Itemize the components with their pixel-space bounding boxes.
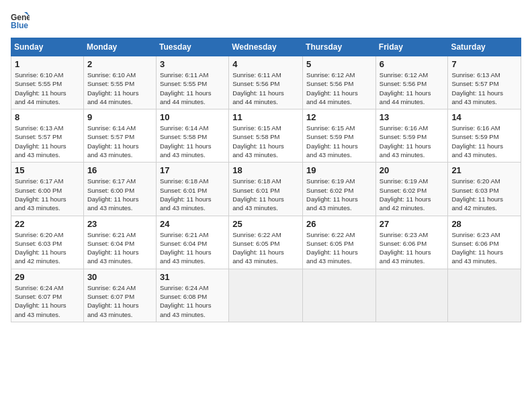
- day-info: Sunrise: 6:10 AM Sunset: 5:55 PM Dayligh…: [15, 71, 80, 106]
- calendar-week-4: 22Sunrise: 6:20 AM Sunset: 6:03 PM Dayli…: [11, 216, 521, 269]
- day-info: Sunrise: 6:21 AM Sunset: 6:04 PM Dayligh…: [160, 230, 225, 266]
- day-info: Sunrise: 6:23 AM Sunset: 6:06 PM Dayligh…: [380, 230, 445, 266]
- day-info: Sunrise: 6:17 AM Sunset: 6:00 PM Dayligh…: [87, 177, 152, 212]
- calendar-cell: [448, 269, 521, 322]
- calendar-cell: 30Sunrise: 6:24 AM Sunset: 6:07 PM Dayli…: [83, 269, 156, 322]
- day-number: 26: [306, 219, 372, 229]
- col-header-friday: Friday: [375, 38, 448, 56]
- day-number: 4: [232, 59, 299, 69]
- calendar-cell: 29Sunrise: 6:24 AM Sunset: 6:07 PM Dayli…: [11, 269, 84, 322]
- calendar-cell: 19Sunrise: 6:19 AM Sunset: 6:02 PM Dayli…: [303, 163, 376, 216]
- day-info: Sunrise: 6:24 AM Sunset: 6:07 PM Dayligh…: [15, 283, 80, 319]
- logo-icon: General Blue: [11, 11, 30, 30]
- svg-text:Blue: Blue: [11, 21, 28, 30]
- calendar-week-3: 15Sunrise: 6:17 AM Sunset: 6:00 PM Dayli…: [11, 163, 521, 216]
- day-info: Sunrise: 6:16 AM Sunset: 5:59 PM Dayligh…: [380, 124, 445, 159]
- day-info: Sunrise: 6:11 AM Sunset: 5:56 PM Dayligh…: [232, 71, 299, 106]
- page-header: General Blue: [11, 11, 521, 30]
- calendar-cell: 9Sunrise: 6:14 AM Sunset: 5:57 PM Daylig…: [83, 109, 156, 163]
- calendar-cell: 7Sunrise: 6:13 AM Sunset: 5:57 PM Daylig…: [448, 56, 521, 109]
- day-info: Sunrise: 6:22 AM Sunset: 6:05 PM Dayligh…: [232, 230, 299, 266]
- col-header-tuesday: Tuesday: [156, 38, 228, 56]
- day-number: 27: [380, 219, 445, 229]
- day-number: 11: [232, 112, 299, 122]
- day-number: 7: [451, 59, 517, 69]
- day-info: Sunrise: 6:21 AM Sunset: 6:04 PM Dayligh…: [87, 230, 152, 266]
- day-info: Sunrise: 6:23 AM Sunset: 6:06 PM Dayligh…: [451, 230, 517, 266]
- calendar-cell: 10Sunrise: 6:14 AM Sunset: 5:58 PM Dayli…: [156, 109, 228, 163]
- day-info: Sunrise: 6:10 AM Sunset: 5:55 PM Dayligh…: [87, 71, 152, 106]
- calendar-week-2: 8Sunrise: 6:13 AM Sunset: 5:57 PM Daylig…: [11, 109, 521, 163]
- day-info: Sunrise: 6:24 AM Sunset: 6:08 PM Dayligh…: [160, 283, 225, 319]
- calendar-cell: [303, 269, 376, 322]
- day-info: Sunrise: 6:19 AM Sunset: 6:02 PM Dayligh…: [380, 177, 445, 212]
- col-header-sunday: Sunday: [11, 38, 84, 56]
- day-info: Sunrise: 6:18 AM Sunset: 6:01 PM Dayligh…: [232, 177, 299, 212]
- day-number: 24: [160, 219, 225, 229]
- day-number: 16: [87, 165, 152, 175]
- day-number: 20: [380, 165, 445, 175]
- day-info: Sunrise: 6:14 AM Sunset: 5:58 PM Dayligh…: [160, 124, 225, 159]
- col-header-wednesday: Wednesday: [229, 38, 303, 56]
- day-number: 23: [87, 219, 152, 229]
- col-header-monday: Monday: [83, 38, 156, 56]
- calendar-cell: 11Sunrise: 6:15 AM Sunset: 5:58 PM Dayli…: [229, 109, 303, 163]
- calendar-table: SundayMondayTuesdayWednesdayThursdayFrid…: [11, 38, 521, 322]
- day-info: Sunrise: 6:20 AM Sunset: 6:03 PM Dayligh…: [15, 230, 80, 266]
- calendar-cell: 27Sunrise: 6:23 AM Sunset: 6:06 PM Dayli…: [375, 216, 448, 269]
- calendar-cell: 15Sunrise: 6:17 AM Sunset: 6:00 PM Dayli…: [11, 163, 84, 216]
- calendar-cell: 14Sunrise: 6:16 AM Sunset: 5:59 PM Dayli…: [448, 109, 521, 163]
- calendar-cell: 2Sunrise: 6:10 AM Sunset: 5:55 PM Daylig…: [83, 56, 156, 109]
- day-number: 15: [15, 165, 80, 175]
- day-number: 10: [160, 112, 225, 122]
- calendar-cell: 25Sunrise: 6:22 AM Sunset: 6:05 PM Dayli…: [229, 216, 303, 269]
- day-info: Sunrise: 6:24 AM Sunset: 6:07 PM Dayligh…: [87, 283, 152, 319]
- day-number: 1: [15, 59, 80, 69]
- calendar-cell: [229, 269, 303, 322]
- day-number: 30: [87, 272, 152, 282]
- calendar-cell: 8Sunrise: 6:13 AM Sunset: 5:57 PM Daylig…: [11, 109, 84, 163]
- calendar-cell: 18Sunrise: 6:18 AM Sunset: 6:01 PM Dayli…: [229, 163, 303, 216]
- day-info: Sunrise: 6:22 AM Sunset: 6:05 PM Dayligh…: [306, 230, 372, 266]
- day-number: 2: [87, 59, 152, 69]
- calendar-week-1: 1Sunrise: 6:10 AM Sunset: 5:55 PM Daylig…: [11, 56, 521, 109]
- day-number: 3: [160, 59, 225, 69]
- day-number: 6: [380, 59, 445, 69]
- day-number: 18: [232, 165, 299, 175]
- col-header-saturday: Saturday: [448, 38, 521, 56]
- calendar-cell: 17Sunrise: 6:18 AM Sunset: 6:01 PM Dayli…: [156, 163, 228, 216]
- day-info: Sunrise: 6:20 AM Sunset: 6:03 PM Dayligh…: [451, 177, 517, 212]
- day-info: Sunrise: 6:12 AM Sunset: 5:56 PM Dayligh…: [380, 71, 445, 106]
- day-number: 8: [15, 112, 80, 122]
- day-number: 12: [306, 112, 372, 122]
- day-number: 28: [451, 219, 517, 229]
- day-number: 29: [15, 272, 80, 282]
- calendar-cell: 3Sunrise: 6:11 AM Sunset: 5:55 PM Daylig…: [156, 56, 228, 109]
- day-number: 9: [87, 112, 152, 122]
- day-number: 19: [306, 165, 372, 175]
- day-number: 13: [380, 112, 445, 122]
- day-info: Sunrise: 6:14 AM Sunset: 5:57 PM Dayligh…: [87, 124, 152, 159]
- calendar-cell: 13Sunrise: 6:16 AM Sunset: 5:59 PM Dayli…: [375, 109, 448, 163]
- day-info: Sunrise: 6:19 AM Sunset: 6:02 PM Dayligh…: [306, 177, 372, 212]
- day-number: 31: [160, 272, 225, 282]
- day-info: Sunrise: 6:16 AM Sunset: 5:59 PM Dayligh…: [451, 124, 517, 159]
- calendar-cell: [375, 269, 448, 322]
- calendar-cell: 5Sunrise: 6:12 AM Sunset: 5:56 PM Daylig…: [303, 56, 376, 109]
- calendar-cell: 6Sunrise: 6:12 AM Sunset: 5:56 PM Daylig…: [375, 56, 448, 109]
- day-number: 25: [232, 219, 299, 229]
- calendar-cell: 28Sunrise: 6:23 AM Sunset: 6:06 PM Dayli…: [448, 216, 521, 269]
- calendar-cell: 21Sunrise: 6:20 AM Sunset: 6:03 PM Dayli…: [448, 163, 521, 216]
- day-info: Sunrise: 6:15 AM Sunset: 5:58 PM Dayligh…: [232, 124, 299, 159]
- day-info: Sunrise: 6:17 AM Sunset: 6:00 PM Dayligh…: [15, 177, 80, 212]
- day-number: 17: [160, 165, 225, 175]
- day-info: Sunrise: 6:11 AM Sunset: 5:55 PM Dayligh…: [160, 71, 225, 106]
- calendar-cell: 24Sunrise: 6:21 AM Sunset: 6:04 PM Dayli…: [156, 216, 228, 269]
- calendar-cell: 22Sunrise: 6:20 AM Sunset: 6:03 PM Dayli…: [11, 216, 84, 269]
- day-info: Sunrise: 6:15 AM Sunset: 5:59 PM Dayligh…: [306, 124, 372, 159]
- logo: General Blue: [11, 11, 32, 30]
- day-info: Sunrise: 6:13 AM Sunset: 5:57 PM Dayligh…: [15, 124, 80, 159]
- calendar-cell: 20Sunrise: 6:19 AM Sunset: 6:02 PM Dayli…: [375, 163, 448, 216]
- day-info: Sunrise: 6:18 AM Sunset: 6:01 PM Dayligh…: [160, 177, 225, 212]
- day-number: 5: [306, 59, 372, 69]
